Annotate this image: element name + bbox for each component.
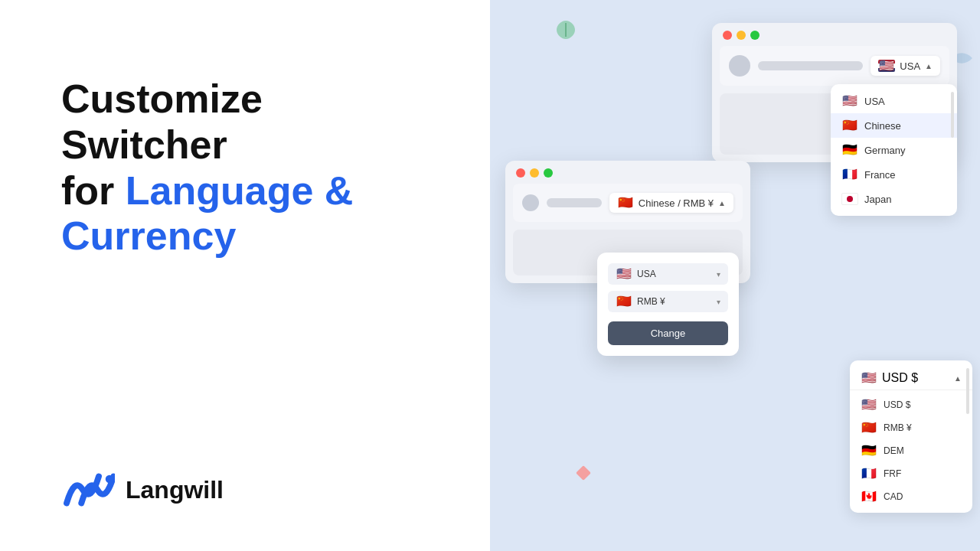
currency-item-cad[interactable]: 🇨🇦 CAD — [850, 485, 972, 508]
dot-yellow-s — [530, 168, 539, 178]
currency-label-dem: DEM — [884, 445, 904, 456]
currency-item-dem[interactable]: 🇩🇪 DEM — [850, 439, 972, 462]
flag-fr-c4: 🇫🇷 — [861, 468, 877, 480]
url-bar-small — [547, 198, 602, 207]
flag-de-c3: 🇩🇪 — [861, 445, 877, 457]
browser-top-bar-main — [712, 23, 957, 46]
lang-dropdown-btn-small[interactable]: 🇨🇳 Chinese / RMB ¥ ▲ — [609, 193, 733, 213]
url-bar-main — [758, 61, 863, 70]
headline-text: Customize Switcher for Language & Curren… — [61, 77, 436, 259]
currency-header-label: USD $ — [882, 371, 918, 385]
flag-us-dd: 🇺🇸 — [841, 95, 858, 107]
currency-select[interactable]: 🇨🇳 RMB ¥ ▾ — [608, 291, 728, 312]
lang-item-france[interactable]: 🇫🇷 France — [831, 162, 957, 187]
deco-leaf-top — [555, 19, 577, 41]
logo-area: Langwill — [61, 467, 436, 513]
scrollbar-lang[interactable] — [951, 92, 954, 138]
headline: Customize Switcher for Language & Curren… — [61, 77, 436, 259]
dot-green — [750, 31, 760, 40]
currency-item-usd[interactable]: 🇺🇸 USD $ — [850, 393, 972, 416]
dot-yellow — [737, 31, 746, 40]
lang-select[interactable]: 🇺🇸 USA ▾ — [608, 263, 728, 285]
currency-label-rmb: RMB ¥ — [884, 422, 912, 433]
change-button[interactable]: Change — [608, 321, 728, 345]
lang-label-usa: USA — [864, 96, 885, 107]
flag-cn-c2: 🇨🇳 — [861, 422, 877, 434]
scrollbar-currency[interactable] — [966, 368, 969, 414]
currency-item-frf[interactable]: 🇫🇷 FRF — [850, 462, 972, 485]
lang-item-chinese[interactable]: 🇨🇳 Chinese — [831, 113, 957, 138]
flag-ca-c5: 🇨🇦 — [861, 491, 877, 503]
flag-us-curr: 🇺🇸 — [861, 372, 877, 384]
currency-header-arrow: ▲ — [954, 374, 962, 383]
lang-label-small: Chinese / RMB ¥ — [639, 197, 714, 209]
dropdown-arrow-main: ▲ — [925, 62, 933, 70]
flag-us-main: 🇺🇸 — [878, 60, 895, 72]
browser-nav-small: 🇨🇳 Chinese / RMB ¥ ▲ — [513, 184, 743, 222]
right-panel: 🇺🇸 USA ▲ 🇺🇸 USA 🇨🇳 Chinese 🇩🇪 Germany 🇫🇷… — [490, 0, 980, 551]
currency-dropdown-header[interactable]: 🇺🇸 USD $ ▲ — [850, 365, 972, 390]
lang-item-usa[interactable]: 🇺🇸 USA — [831, 89, 957, 113]
flag-cn-dd: 🇨🇳 — [841, 119, 858, 132]
lang-label-france: France — [864, 169, 895, 181]
currency-select-label: RMB ¥ — [637, 296, 665, 307]
lang-label-main: USA — [900, 60, 920, 72]
logo-text: Langwill — [126, 476, 224, 504]
dot-red-s — [516, 168, 525, 178]
lang-label-germany: Germany — [864, 145, 905, 156]
lang-item-japan[interactable]: Japan — [831, 187, 957, 211]
switcher-modal: 🇺🇸 USA ▾ 🇨🇳 RMB ¥ ▾ Change — [597, 253, 739, 356]
avatar-main — [729, 55, 750, 77]
flag-us-c1: 🇺🇸 — [861, 399, 877, 411]
currency-label-cad: CAD — [884, 491, 903, 502]
flag-cn-switcher: 🇨🇳 — [616, 295, 632, 308]
browser-nav-main: 🇺🇸 USA ▲ — [720, 46, 949, 86]
flag-de-dd: 🇩🇪 — [841, 144, 858, 156]
browser-top-bar-small — [505, 161, 750, 184]
currency-label-usd: USD $ — [884, 399, 910, 410]
lang-label-japan: Japan — [864, 194, 891, 205]
flag-fr-dd: 🇫🇷 — [841, 168, 858, 181]
currency-dropdown: 🇺🇸 USD $ ▲ 🇺🇸 USD $ 🇨🇳 RMB ¥ 🇩🇪 DEM 🇫🇷 F… — [850, 360, 972, 513]
dot-red — [723, 31, 732, 40]
flag-us-switcher: 🇺🇸 — [616, 268, 632, 280]
flag-cn-small: 🇨🇳 — [617, 197, 634, 209]
lang-dropdown-btn-main[interactable]: 🇺🇸 USA ▲ — [871, 56, 940, 76]
dropdown-arrow-small: ▲ — [718, 199, 726, 207]
currency-label-frf: FRF — [884, 468, 901, 479]
left-panel: Customize Switcher for Language & Curren… — [0, 0, 490, 551]
flag-jp-dd — [841, 193, 858, 205]
currency-item-rmb[interactable]: 🇨🇳 RMB ¥ — [850, 416, 972, 439]
dot-green-s — [544, 168, 553, 178]
deco-diamond-1 — [576, 465, 591, 481]
lang-label-chinese: Chinese — [864, 120, 901, 132]
avatar-small — [522, 194, 539, 211]
logo-icon — [61, 467, 115, 513]
lang-item-germany[interactable]: 🇩🇪 Germany — [831, 138, 957, 162]
lang-select-label: USA — [637, 269, 656, 279]
currency-select-arrow: ▾ — [717, 298, 720, 306]
lang-dropdown: 🇺🇸 USA 🇨🇳 Chinese 🇩🇪 Germany 🇫🇷 France J… — [831, 84, 957, 216]
lang-select-arrow: ▾ — [717, 270, 720, 279]
svg-point-0 — [106, 475, 114, 484]
